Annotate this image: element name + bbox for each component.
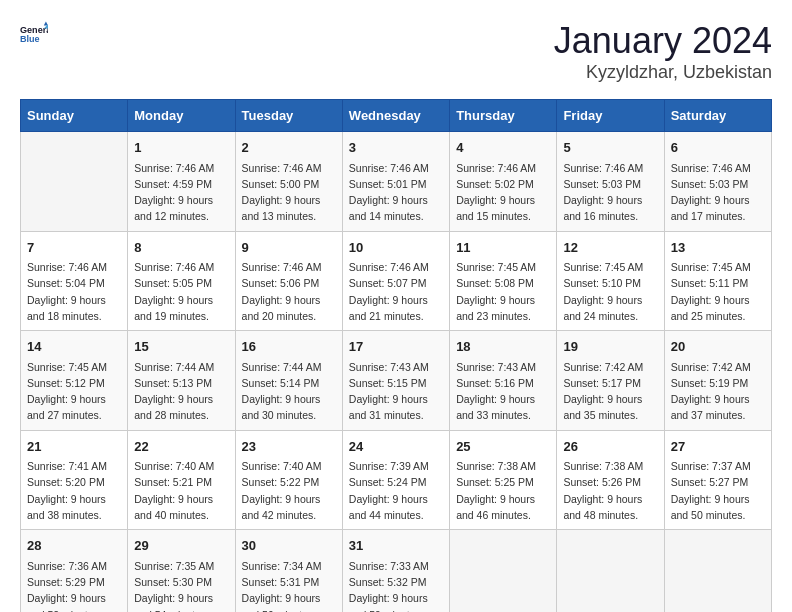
day-number: 29: [134, 536, 228, 556]
day-info: Sunrise: 7:44 AMSunset: 5:14 PMDaylight:…: [242, 359, 336, 424]
day-cell: 2Sunrise: 7:46 AMSunset: 5:00 PMDaylight…: [235, 132, 342, 232]
day-cell: 15Sunrise: 7:44 AMSunset: 5:13 PMDayligh…: [128, 331, 235, 431]
day-info: Sunrise: 7:44 AMSunset: 5:13 PMDaylight:…: [134, 359, 228, 424]
day-info: Sunrise: 7:40 AMSunset: 5:21 PMDaylight:…: [134, 458, 228, 523]
day-number: 24: [349, 437, 443, 457]
page-header: General Blue January 2024 Kyzyldzhar, Uz…: [20, 20, 772, 83]
day-info: Sunrise: 7:39 AMSunset: 5:24 PMDaylight:…: [349, 458, 443, 523]
day-number: 4: [456, 138, 550, 158]
weekday-header-saturday: Saturday: [664, 100, 771, 132]
day-cell: 17Sunrise: 7:43 AMSunset: 5:15 PMDayligh…: [342, 331, 449, 431]
day-info: Sunrise: 7:43 AMSunset: 5:15 PMDaylight:…: [349, 359, 443, 424]
day-number: 30: [242, 536, 336, 556]
day-cell: 26Sunrise: 7:38 AMSunset: 5:26 PMDayligh…: [557, 430, 664, 530]
day-info: Sunrise: 7:43 AMSunset: 5:16 PMDaylight:…: [456, 359, 550, 424]
weekday-header-tuesday: Tuesday: [235, 100, 342, 132]
day-cell: 7Sunrise: 7:46 AMSunset: 5:04 PMDaylight…: [21, 231, 128, 331]
day-info: Sunrise: 7:46 AMSunset: 4:59 PMDaylight:…: [134, 160, 228, 225]
day-number: 10: [349, 238, 443, 258]
day-cell: 24Sunrise: 7:39 AMSunset: 5:24 PMDayligh…: [342, 430, 449, 530]
day-number: 26: [563, 437, 657, 457]
day-number: 17: [349, 337, 443, 357]
day-number: 20: [671, 337, 765, 357]
day-number: 21: [27, 437, 121, 457]
day-cell: 12Sunrise: 7:45 AMSunset: 5:10 PMDayligh…: [557, 231, 664, 331]
day-number: 15: [134, 337, 228, 357]
day-number: 23: [242, 437, 336, 457]
day-info: Sunrise: 7:33 AMSunset: 5:32 PMDaylight:…: [349, 558, 443, 612]
day-info: Sunrise: 7:46 AMSunset: 5:05 PMDaylight:…: [134, 259, 228, 324]
day-info: Sunrise: 7:37 AMSunset: 5:27 PMDaylight:…: [671, 458, 765, 523]
day-cell: 14Sunrise: 7:45 AMSunset: 5:12 PMDayligh…: [21, 331, 128, 431]
calendar-table: SundayMondayTuesdayWednesdayThursdayFrid…: [20, 99, 772, 612]
day-cell: 10Sunrise: 7:46 AMSunset: 5:07 PMDayligh…: [342, 231, 449, 331]
day-info: Sunrise: 7:40 AMSunset: 5:22 PMDaylight:…: [242, 458, 336, 523]
day-info: Sunrise: 7:42 AMSunset: 5:19 PMDaylight:…: [671, 359, 765, 424]
day-cell: 13Sunrise: 7:45 AMSunset: 5:11 PMDayligh…: [664, 231, 771, 331]
day-info: Sunrise: 7:42 AMSunset: 5:17 PMDaylight:…: [563, 359, 657, 424]
week-row-5: 28Sunrise: 7:36 AMSunset: 5:29 PMDayligh…: [21, 530, 772, 612]
day-cell: 23Sunrise: 7:40 AMSunset: 5:22 PMDayligh…: [235, 430, 342, 530]
weekday-header-wednesday: Wednesday: [342, 100, 449, 132]
day-info: Sunrise: 7:46 AMSunset: 5:03 PMDaylight:…: [563, 160, 657, 225]
day-number: 14: [27, 337, 121, 357]
day-info: Sunrise: 7:46 AMSunset: 5:06 PMDaylight:…: [242, 259, 336, 324]
weekday-header-friday: Friday: [557, 100, 664, 132]
title-block: January 2024 Kyzyldzhar, Uzbekistan: [554, 20, 772, 83]
day-number: 19: [563, 337, 657, 357]
day-number: 28: [27, 536, 121, 556]
day-info: Sunrise: 7:46 AMSunset: 5:02 PMDaylight:…: [456, 160, 550, 225]
week-row-1: 1Sunrise: 7:46 AMSunset: 4:59 PMDaylight…: [21, 132, 772, 232]
weekday-header-row: SundayMondayTuesdayWednesdayThursdayFrid…: [21, 100, 772, 132]
day-number: 8: [134, 238, 228, 258]
day-cell: 8Sunrise: 7:46 AMSunset: 5:05 PMDaylight…: [128, 231, 235, 331]
day-cell: [664, 530, 771, 612]
day-cell: 16Sunrise: 7:44 AMSunset: 5:14 PMDayligh…: [235, 331, 342, 431]
day-info: Sunrise: 7:38 AMSunset: 5:25 PMDaylight:…: [456, 458, 550, 523]
day-cell: [557, 530, 664, 612]
day-number: 18: [456, 337, 550, 357]
logo: General Blue: [20, 20, 48, 48]
day-number: 5: [563, 138, 657, 158]
day-cell: 29Sunrise: 7:35 AMSunset: 5:30 PMDayligh…: [128, 530, 235, 612]
day-number: 3: [349, 138, 443, 158]
week-row-2: 7Sunrise: 7:46 AMSunset: 5:04 PMDaylight…: [21, 231, 772, 331]
day-cell: [21, 132, 128, 232]
day-cell: 28Sunrise: 7:36 AMSunset: 5:29 PMDayligh…: [21, 530, 128, 612]
calendar-title: January 2024: [554, 20, 772, 62]
day-info: Sunrise: 7:46 AMSunset: 5:00 PMDaylight:…: [242, 160, 336, 225]
day-cell: 5Sunrise: 7:46 AMSunset: 5:03 PMDaylight…: [557, 132, 664, 232]
day-cell: 21Sunrise: 7:41 AMSunset: 5:20 PMDayligh…: [21, 430, 128, 530]
day-info: Sunrise: 7:34 AMSunset: 5:31 PMDaylight:…: [242, 558, 336, 612]
logo-icon: General Blue: [20, 20, 48, 48]
day-info: Sunrise: 7:46 AMSunset: 5:07 PMDaylight:…: [349, 259, 443, 324]
weekday-header-monday: Monday: [128, 100, 235, 132]
weekday-header-sunday: Sunday: [21, 100, 128, 132]
day-info: Sunrise: 7:36 AMSunset: 5:29 PMDaylight:…: [27, 558, 121, 612]
day-info: Sunrise: 7:46 AMSunset: 5:03 PMDaylight:…: [671, 160, 765, 225]
svg-text:General: General: [20, 25, 48, 35]
week-row-3: 14Sunrise: 7:45 AMSunset: 5:12 PMDayligh…: [21, 331, 772, 431]
day-cell: [450, 530, 557, 612]
day-cell: 25Sunrise: 7:38 AMSunset: 5:25 PMDayligh…: [450, 430, 557, 530]
day-info: Sunrise: 7:38 AMSunset: 5:26 PMDaylight:…: [563, 458, 657, 523]
day-info: Sunrise: 7:45 AMSunset: 5:08 PMDaylight:…: [456, 259, 550, 324]
day-number: 7: [27, 238, 121, 258]
day-cell: 18Sunrise: 7:43 AMSunset: 5:16 PMDayligh…: [450, 331, 557, 431]
day-cell: 20Sunrise: 7:42 AMSunset: 5:19 PMDayligh…: [664, 331, 771, 431]
weekday-header-thursday: Thursday: [450, 100, 557, 132]
day-number: 13: [671, 238, 765, 258]
day-number: 16: [242, 337, 336, 357]
day-info: Sunrise: 7:45 AMSunset: 5:11 PMDaylight:…: [671, 259, 765, 324]
day-info: Sunrise: 7:45 AMSunset: 5:10 PMDaylight:…: [563, 259, 657, 324]
day-number: 1: [134, 138, 228, 158]
svg-text:Blue: Blue: [20, 34, 40, 44]
day-cell: 22Sunrise: 7:40 AMSunset: 5:21 PMDayligh…: [128, 430, 235, 530]
day-number: 12: [563, 238, 657, 258]
day-number: 27: [671, 437, 765, 457]
day-cell: 31Sunrise: 7:33 AMSunset: 5:32 PMDayligh…: [342, 530, 449, 612]
day-info: Sunrise: 7:35 AMSunset: 5:30 PMDaylight:…: [134, 558, 228, 612]
day-number: 9: [242, 238, 336, 258]
day-cell: 27Sunrise: 7:37 AMSunset: 5:27 PMDayligh…: [664, 430, 771, 530]
day-cell: 3Sunrise: 7:46 AMSunset: 5:01 PMDaylight…: [342, 132, 449, 232]
